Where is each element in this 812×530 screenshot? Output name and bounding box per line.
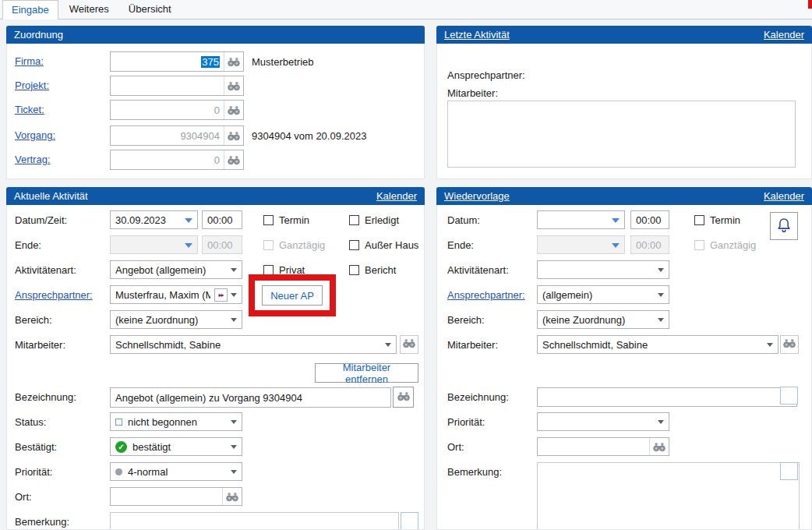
ticket-link[interactable]: Ticket: [15, 104, 44, 115]
vorgang-link[interactable]: Vorgang: [15, 129, 55, 141]
ticket-field[interactable]: 0 [110, 100, 244, 120]
checkbox-icon [263, 215, 274, 225]
forward-button[interactable]: ▸▸ [214, 288, 228, 302]
chevron-down-icon [185, 243, 192, 248]
chevron-down-icon [385, 343, 391, 347]
ausser-haus-checkbox[interactable]: Außer Haus [349, 239, 418, 251]
wv-bezeichnung-expand-button[interactable] [780, 387, 798, 405]
bericht-checkbox[interactable]: Bericht [349, 264, 396, 276]
binoculars-icon [403, 338, 415, 351]
mitarbeiter-binoculars-button[interactable] [400, 335, 418, 354]
chevron-down-icon [658, 318, 664, 322]
firma-note: Musterbetrieb [252, 56, 313, 68]
binoculars-icon[interactable] [224, 52, 243, 71]
checkbox-icon [263, 240, 274, 250]
wv-ansprechpartner-link[interactable]: Ansprechpartner: [447, 289, 525, 301]
mitarbeiter-entfernen-button[interactable]: Mitarbeiter entfernen [315, 363, 418, 383]
checkbox-icon [349, 265, 359, 275]
checkbox-icon [694, 215, 704, 225]
datum-time-input[interactable]: 00:00 [202, 210, 242, 229]
wv-bezeichnung-input[interactable] [537, 387, 797, 407]
letzte-notes-box[interactable] [447, 101, 796, 168]
tab-uebersicht[interactable]: Übersicht [120, 0, 180, 19]
binoculars-icon[interactable] [649, 438, 669, 455]
bestaetigt-select[interactable]: ✓ bestätigt [110, 437, 242, 456]
bereich-select[interactable]: (keine Zuordnung) [110, 310, 242, 329]
panel-aktuelle-aktivitaet: Aktuelle Aktivität Kalender Datum/Zeit: … [6, 187, 425, 530]
panel-title-wiedervorlage-link[interactable]: Wiedervorlage [444, 190, 510, 202]
prioritaet-select[interactable]: 4-normal [110, 462, 242, 481]
aktivitaetenart-select[interactable]: Angebot (allgemein) [110, 260, 242, 279]
binoculars-icon[interactable] [224, 126, 243, 145]
bezeichnung-input[interactable]: Angebot (allgemein) zu Vorgang 9304904 [110, 387, 391, 408]
ansprechpartner-select[interactable]: Musterfrau, Maxim (Mu ▸▸ [110, 285, 242, 304]
vertrag-field[interactable]: 0 [110, 150, 244, 170]
wv-mitarbeiter-binoculars-button[interactable] [780, 335, 799, 354]
wv-mitarbeiter-select[interactable]: Schnellschmidt, Sabine [537, 335, 778, 354]
status-select[interactable]: nicht begonnen [110, 412, 242, 431]
vertrag-value: 0 [214, 154, 220, 166]
projekt-field[interactable] [110, 76, 244, 96]
bemerkung-textarea[interactable] [110, 512, 399, 529]
vorgang-field[interactable]: 9304904 [110, 125, 244, 146]
binoculars-icon[interactable] [224, 150, 243, 169]
projekt-link[interactable]: Projekt: [15, 80, 49, 91]
vertrag-link[interactable]: Vertrag: [15, 154, 51, 165]
vorgang-note: 9304904 vom 20.09.2023 [252, 130, 366, 142]
wv-ansprechpartner-select[interactable]: (allgemein) [537, 285, 669, 304]
wv-mitarbeiter-label: Mitarbeiter: [447, 339, 498, 351]
kalender-link-wiedervorlage[interactable]: Kalender [764, 190, 804, 202]
neuer-ap-button[interactable]: Neuer AP [262, 285, 323, 306]
binoculars-icon [783, 338, 796, 351]
bezeichnung-binoculars-button[interactable] [393, 387, 414, 408]
panel-header-wiedervorlage: Wiedervorlage Kalender [436, 187, 812, 205]
wv-ort-field[interactable] [537, 437, 669, 456]
panel-letzte-aktivitaet: Letzte Aktivität Kalender Ansprechpartne… [436, 26, 812, 179]
chevron-down-icon [612, 243, 620, 248]
wv-datum-select[interactable] [537, 210, 625, 229]
ansprechpartner-link[interactable]: Ansprechpartner: [15, 289, 93, 301]
chevron-down-icon [658, 420, 664, 424]
ganztaegig-checkbox: Ganztägig [263, 239, 325, 251]
binoculars-icon [397, 391, 410, 404]
wv-bemerkung-expand-button[interactable] [780, 462, 798, 480]
chevron-down-icon [231, 293, 237, 297]
bemerkung-expand-button[interactable] [401, 512, 418, 529]
chevron-down-icon [231, 268, 237, 272]
termin-checkbox[interactable]: Termin [263, 214, 309, 226]
firma-link[interactable]: Firma: [15, 55, 44, 67]
firma-value: 375 [201, 56, 220, 68]
panel-wiedervorlage: Wiedervorlage Kalender Datum: 00:00 Term… [436, 187, 812, 530]
wv-prioritaet-select[interactable] [537, 412, 669, 431]
binoculars-icon[interactable] [224, 101, 243, 119]
chevron-down-icon [185, 218, 192, 223]
kalender-link-aktuelle[interactable]: Kalender [376, 190, 417, 202]
kalender-link-letzte[interactable]: Kalender [764, 29, 804, 41]
binoculars-icon[interactable] [222, 488, 242, 505]
chevron-down-icon [612, 218, 620, 223]
firma-field[interactable]: 375 [110, 51, 244, 72]
panel-title-letzte-link[interactable]: Letzte Aktivität [444, 29, 510, 41]
datum-select[interactable]: 30.09.2023 [110, 210, 198, 229]
wv-termin-checkbox[interactable]: Termin [694, 214, 740, 226]
letzte-mitarbeiter-label: Mitarbeiter: [447, 87, 498, 99]
wv-ort-label: Ort: [447, 441, 464, 453]
confirmed-check-icon: ✓ [115, 441, 127, 453]
status-not-started-icon [115, 419, 122, 426]
wv-datum-time-input[interactable]: 00:00 [630, 210, 669, 229]
tab-eingabe[interactable]: Eingabe [2, 0, 58, 19]
tab-weiteres[interactable]: Weiteres [61, 0, 118, 19]
binoculars-icon[interactable] [224, 76, 243, 95]
checkbox-icon [694, 240, 704, 250]
priority-dot-icon [115, 468, 122, 475]
wv-aktivitaetenart-select[interactable] [537, 260, 669, 279]
ort-field[interactable] [110, 487, 242, 506]
ende-label: Ende: [15, 239, 41, 251]
mitarbeiter-select[interactable]: Schnellschmidt, Sabine [110, 335, 397, 354]
wv-bereich-select[interactable]: (keine Zuordnung) [537, 310, 669, 329]
wv-bemerkung-label: Bemerkung: [447, 466, 502, 478]
wv-bemerkung-textarea[interactable] [537, 462, 800, 529]
ort-label: Ort: [15, 491, 32, 503]
ticket-value: 0 [214, 104, 220, 116]
erledigt-checkbox[interactable]: Erledigt [349, 214, 399, 226]
